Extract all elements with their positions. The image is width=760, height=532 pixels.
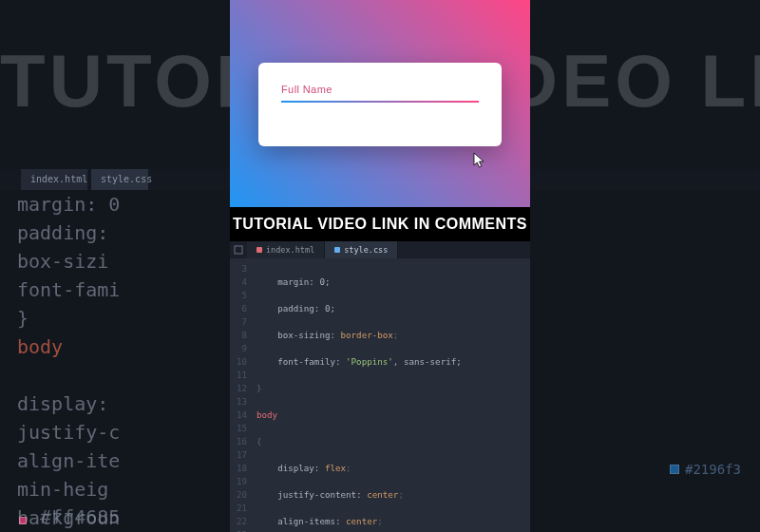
bg-tab-style: style.css <box>91 169 148 190</box>
bg-line: font-fami <box>17 276 207 304</box>
center-column: Full Name TUTORIAL VIDEO LINK IN COMMENT… <box>230 0 530 532</box>
code-token: ; <box>393 330 399 340</box>
bg-hex-pink-text: #ff4685 <box>40 505 120 528</box>
input-card: Full Name <box>258 63 502 146</box>
line-number: 12 <box>230 382 247 395</box>
code-selector: body <box>256 409 277 420</box>
svg-rect-0 <box>235 246 242 254</box>
bg-line: box-sizi <box>17 247 207 276</box>
code-content[interactable]: margin: 0; padding: 0; box-sizing: borde… <box>251 258 530 532</box>
code-line: padding: 0; <box>256 303 335 314</box>
line-number: 20 <box>230 488 247 502</box>
demo-panel: Full Name <box>230 0 530 207</box>
code-token: ; <box>377 516 383 526</box>
code-token: center <box>367 489 398 500</box>
bg-line: min-heig <box>17 475 207 504</box>
line-number: 16 <box>230 435 247 448</box>
code-line: } <box>256 383 262 393</box>
code-token: ; <box>398 489 404 500</box>
bg-swatch-hex: #2196f3 <box>685 462 741 477</box>
line-number: 15 <box>230 422 247 435</box>
input-underline[interactable] <box>281 101 479 103</box>
line-gutter: 3456789101112131415161718192021222324252… <box>230 258 251 532</box>
line-number: 19 <box>230 475 247 488</box>
bg-line: align-ite <box>17 446 207 475</box>
fg-tabbar: index.html style.css <box>230 241 530 258</box>
color-swatch-icon <box>19 517 27 524</box>
code-token: border-box <box>341 330 393 340</box>
line-number: 7 <box>230 315 247 329</box>
bg-hex-pink: #ff4685 <box>19 505 120 528</box>
css-file-icon <box>334 247 340 253</box>
bg-line: } <box>17 304 207 332</box>
line-number: 13 <box>230 395 247 408</box>
code-token: , sans-serif; <box>393 356 462 367</box>
code-token: font-family: <box>256 356 346 367</box>
bg-line: padding: <box>17 218 207 247</box>
line-number: 18 <box>230 462 247 475</box>
tab-index-html[interactable]: index.html <box>247 241 325 258</box>
code-token: center <box>346 516 377 526</box>
line-number: 4 <box>230 276 247 289</box>
line-number: 22 <box>230 515 247 528</box>
code-token: box-sizing: <box>256 330 341 340</box>
bg-tab-index: index.html <box>21 169 87 190</box>
bg-color-swatch-blue: #2196f3 <box>670 462 741 477</box>
code-line: margin: 0; <box>256 276 330 287</box>
line-number: 8 <box>230 329 247 342</box>
bg-line: justify-c <box>17 418 207 446</box>
code-token: align-items: <box>256 516 346 526</box>
line-number: 17 <box>230 448 247 462</box>
line-number: 5 <box>230 289 247 302</box>
bg-line-selector: body <box>17 332 207 361</box>
bg-line: display: <box>17 390 207 418</box>
color-swatch-icon <box>670 465 679 474</box>
foreground-editor: index.html style.css 3456789101112131415… <box>230 241 530 532</box>
line-number: 6 <box>230 302 247 315</box>
code-area[interactable]: 3456789101112131415161718192021222324252… <box>230 258 530 532</box>
line-number: 21 <box>230 502 247 515</box>
stage: TUTORIAL VIDEO LINK IN COMMENTS index.ht… <box>0 0 760 532</box>
explorer-icon[interactable] <box>230 241 247 258</box>
code-token: display: <box>256 463 325 473</box>
code-token: justify-content: <box>256 489 367 500</box>
bg-line <box>17 361 207 390</box>
line-number: 11 <box>230 369 247 382</box>
caption-bar: TUTORIAL VIDEO LINK IN COMMENTS <box>230 207 530 241</box>
tab-label: style.css <box>344 241 388 258</box>
code-token: flex <box>325 463 346 473</box>
line-number: 9 <box>230 342 247 355</box>
tab-label: index.html <box>266 241 314 258</box>
bg-line: margin: 0 <box>17 190 207 218</box>
input-label: Full Name <box>281 84 479 95</box>
html-file-icon <box>256 247 262 253</box>
line-number: 14 <box>230 408 247 422</box>
mouse-cursor-icon <box>473 152 486 169</box>
line-number: 3 <box>230 262 247 276</box>
code-token: ; <box>346 463 352 473</box>
line-number: 23 <box>230 528 247 532</box>
code-line: { <box>256 436 262 446</box>
line-number: 10 <box>230 355 247 369</box>
code-token: 'Poppins' <box>346 356 393 367</box>
tab-style-css[interactable]: style.css <box>325 241 398 258</box>
bg-code-snippet: margin: 0 padding: box-sizi font-fami } … <box>17 190 207 532</box>
